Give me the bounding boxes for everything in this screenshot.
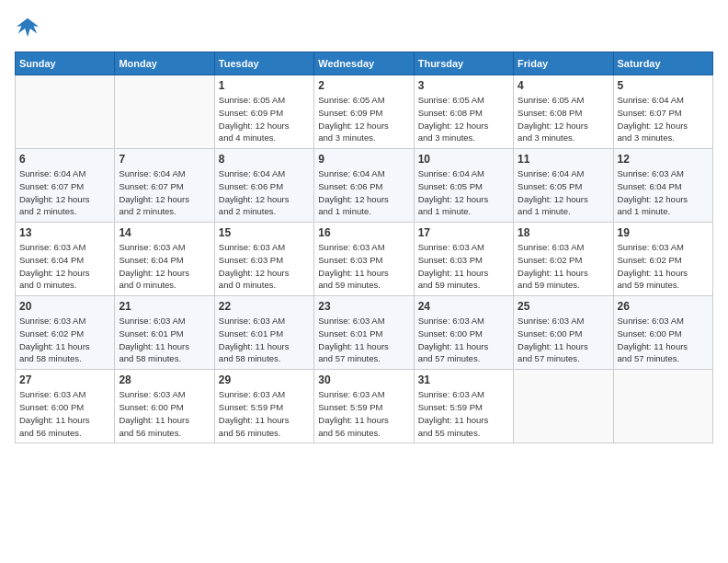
day-number: 30 — [318, 373, 409, 386]
day-number: 17 — [418, 226, 509, 239]
day-info: Sunrise: 6:03 AM Sunset: 6:04 PM Dayligh… — [618, 167, 709, 218]
day-info: Sunrise: 6:04 AM Sunset: 6:06 PM Dayligh… — [219, 167, 310, 218]
day-info: Sunrise: 6:03 AM Sunset: 6:02 PM Dayligh… — [618, 241, 709, 292]
calendar-day-cell: 6Sunrise: 6:04 AM Sunset: 6:07 PM Daylig… — [16, 149, 115, 223]
day-info: Sunrise: 6:05 AM Sunset: 6:08 PM Dayligh… — [418, 94, 509, 144]
calendar-day-cell: 2Sunrise: 6:05 AM Sunset: 6:09 PM Daylig… — [314, 75, 414, 149]
weekday-header-cell: Tuesday — [214, 52, 313, 75]
day-info: Sunrise: 6:04 AM Sunset: 6:06 PM Dayligh… — [318, 167, 409, 218]
day-info: Sunrise: 6:04 AM Sunset: 6:07 PM Dayligh… — [119, 167, 210, 218]
calendar-day-cell: 1Sunrise: 6:05 AM Sunset: 6:09 PM Daylig… — [214, 75, 313, 149]
calendar-day-cell: 20Sunrise: 6:03 AM Sunset: 6:02 PM Dayli… — [16, 296, 115, 370]
logo — [15, 15, 44, 40]
day-number: 7 — [119, 153, 210, 166]
calendar-day-cell: 8Sunrise: 6:04 AM Sunset: 6:06 PM Daylig… — [214, 149, 313, 223]
weekday-header-cell: Thursday — [414, 52, 513, 75]
calendar-week-row: 20Sunrise: 6:03 AM Sunset: 6:02 PM Dayli… — [16, 296, 713, 370]
calendar-day-cell: 31Sunrise: 6:03 AM Sunset: 5:59 PM Dayli… — [414, 370, 513, 443]
calendar-day-cell — [613, 370, 712, 443]
day-number: 21 — [119, 300, 210, 313]
day-info: Sunrise: 6:04 AM Sunset: 6:07 PM Dayligh… — [19, 167, 110, 218]
day-info: Sunrise: 6:04 AM Sunset: 6:07 PM Dayligh… — [618, 94, 709, 144]
header — [15, 15, 713, 40]
calendar-day-cell: 16Sunrise: 6:03 AM Sunset: 6:03 PM Dayli… — [314, 223, 414, 296]
calendar-day-cell: 23Sunrise: 6:03 AM Sunset: 6:01 PM Dayli… — [314, 296, 414, 370]
day-number: 15 — [219, 226, 310, 239]
calendar-day-cell: 17Sunrise: 6:03 AM Sunset: 6:03 PM Dayli… — [414, 223, 513, 296]
day-number: 13 — [19, 226, 110, 239]
day-number: 29 — [219, 373, 310, 386]
day-number: 10 — [418, 153, 509, 166]
calendar-day-cell: 9Sunrise: 6:04 AM Sunset: 6:06 PM Daylig… — [314, 149, 414, 223]
calendar-day-cell — [514, 370, 613, 443]
calendar-day-cell: 10Sunrise: 6:04 AM Sunset: 6:05 PM Dayli… — [414, 149, 513, 223]
calendar-day-cell: 14Sunrise: 6:03 AM Sunset: 6:04 PM Dayli… — [115, 223, 214, 296]
weekday-header-cell: Monday — [115, 52, 214, 75]
calendar-week-row: 1Sunrise: 6:05 AM Sunset: 6:09 PM Daylig… — [16, 75, 713, 149]
day-info: Sunrise: 6:05 AM Sunset: 6:09 PM Dayligh… — [219, 94, 310, 144]
day-number: 28 — [119, 373, 210, 386]
svg-marker-0 — [17, 18, 39, 38]
day-info: Sunrise: 6:03 AM Sunset: 6:00 PM Dayligh… — [19, 388, 110, 439]
calendar-week-row: 13Sunrise: 6:03 AM Sunset: 6:04 PM Dayli… — [16, 223, 713, 296]
day-number: 11 — [518, 153, 609, 166]
day-number: 18 — [518, 226, 609, 239]
day-info: Sunrise: 6:04 AM Sunset: 6:05 PM Dayligh… — [518, 167, 609, 218]
calendar-week-row: 6Sunrise: 6:04 AM Sunset: 6:07 PM Daylig… — [16, 149, 713, 223]
day-number: 22 — [219, 300, 310, 313]
day-info: Sunrise: 6:05 AM Sunset: 6:09 PM Dayligh… — [318, 94, 409, 144]
weekday-header-cell: Sunday — [16, 52, 115, 75]
day-info: Sunrise: 6:03 AM Sunset: 6:02 PM Dayligh… — [19, 315, 110, 365]
day-info: Sunrise: 6:03 AM Sunset: 6:03 PM Dayligh… — [219, 241, 310, 292]
calendar-day-cell: 25Sunrise: 6:03 AM Sunset: 6:00 PM Dayli… — [514, 296, 613, 370]
day-number: 8 — [219, 153, 310, 166]
calendar-day-cell: 27Sunrise: 6:03 AM Sunset: 6:00 PM Dayli… — [16, 370, 115, 443]
day-info: Sunrise: 6:03 AM Sunset: 6:03 PM Dayligh… — [418, 241, 509, 292]
day-info: Sunrise: 6:04 AM Sunset: 6:05 PM Dayligh… — [418, 167, 509, 218]
day-number: 24 — [418, 300, 509, 313]
calendar-body: 1Sunrise: 6:05 AM Sunset: 6:09 PM Daylig… — [16, 75, 713, 443]
day-info: Sunrise: 6:03 AM Sunset: 6:00 PM Dayligh… — [518, 315, 609, 365]
day-number: 20 — [19, 300, 110, 313]
calendar-day-cell: 19Sunrise: 6:03 AM Sunset: 6:02 PM Dayli… — [613, 223, 712, 296]
day-info: Sunrise: 6:03 AM Sunset: 6:00 PM Dayligh… — [119, 388, 210, 439]
day-info: Sunrise: 6:03 AM Sunset: 6:04 PM Dayligh… — [19, 241, 110, 292]
day-info: Sunrise: 6:03 AM Sunset: 6:04 PM Dayligh… — [119, 241, 210, 292]
day-number: 1 — [219, 79, 310, 92]
day-info: Sunrise: 6:03 AM Sunset: 6:01 PM Dayligh… — [318, 315, 409, 365]
calendar-day-cell: 26Sunrise: 6:03 AM Sunset: 6:00 PM Dayli… — [613, 296, 712, 370]
calendar: SundayMondayTuesdayWednesdayThursdayFrid… — [15, 52, 713, 443]
calendar-day-cell — [115, 75, 214, 149]
day-info: Sunrise: 6:03 AM Sunset: 6:01 PM Dayligh… — [219, 315, 310, 365]
calendar-day-cell — [16, 75, 115, 149]
calendar-day-cell: 15Sunrise: 6:03 AM Sunset: 6:03 PM Dayli… — [214, 223, 313, 296]
weekday-header-cell: Friday — [514, 52, 613, 75]
day-info: Sunrise: 6:03 AM Sunset: 6:00 PM Dayligh… — [418, 315, 509, 365]
calendar-day-cell: 5Sunrise: 6:04 AM Sunset: 6:07 PM Daylig… — [613, 75, 712, 149]
day-info: Sunrise: 6:03 AM Sunset: 5:59 PM Dayligh… — [418, 388, 509, 439]
day-number: 4 — [518, 79, 609, 92]
day-number: 3 — [418, 79, 509, 92]
calendar-day-cell: 11Sunrise: 6:04 AM Sunset: 6:05 PM Dayli… — [514, 149, 613, 223]
day-info: Sunrise: 6:03 AM Sunset: 6:02 PM Dayligh… — [518, 241, 609, 292]
calendar-day-cell: 22Sunrise: 6:03 AM Sunset: 6:01 PM Dayli… — [214, 296, 313, 370]
day-info: Sunrise: 6:03 AM Sunset: 5:59 PM Dayligh… — [318, 388, 409, 439]
calendar-day-cell: 7Sunrise: 6:04 AM Sunset: 6:07 PM Daylig… — [115, 149, 214, 223]
day-number: 14 — [119, 226, 210, 239]
day-number: 31 — [418, 373, 509, 386]
calendar-day-cell: 13Sunrise: 6:03 AM Sunset: 6:04 PM Dayli… — [16, 223, 115, 296]
day-info: Sunrise: 6:03 AM Sunset: 5:59 PM Dayligh… — [219, 388, 310, 439]
day-number: 5 — [618, 79, 709, 92]
logo-bird-icon — [15, 15, 40, 40]
day-info: Sunrise: 6:03 AM Sunset: 6:00 PM Dayligh… — [618, 315, 709, 365]
weekday-header-row: SundayMondayTuesdayWednesdayThursdayFrid… — [16, 52, 713, 75]
day-number: 26 — [618, 300, 709, 313]
day-number: 25 — [518, 300, 609, 313]
weekday-header-cell: Wednesday — [314, 52, 414, 75]
day-number: 12 — [618, 153, 709, 166]
calendar-day-cell: 4Sunrise: 6:05 AM Sunset: 6:08 PM Daylig… — [514, 75, 613, 149]
calendar-day-cell: 30Sunrise: 6:03 AM Sunset: 5:59 PM Dayli… — [314, 370, 414, 443]
day-number: 27 — [19, 373, 110, 386]
day-info: Sunrise: 6:05 AM Sunset: 6:08 PM Dayligh… — [518, 94, 609, 144]
calendar-day-cell: 24Sunrise: 6:03 AM Sunset: 6:00 PM Dayli… — [414, 296, 513, 370]
